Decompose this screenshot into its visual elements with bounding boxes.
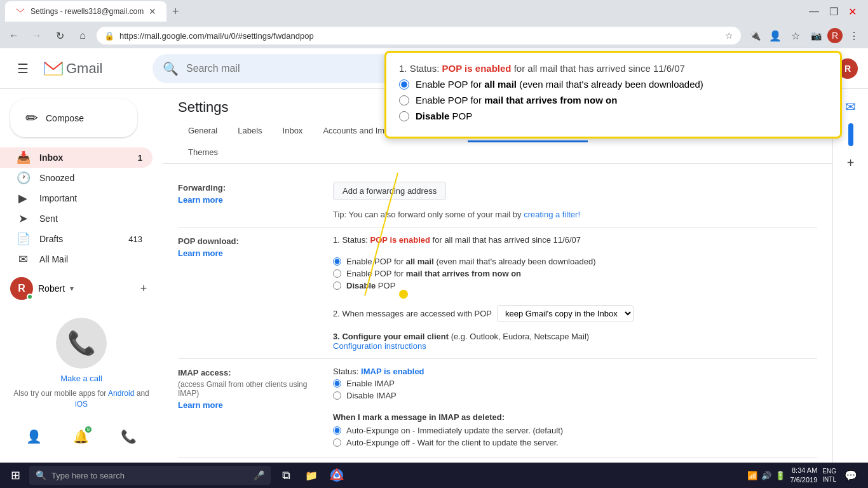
pop-all-option[interactable]: Enable POP for all mail (even mail that'… [333, 257, 817, 266]
tip-text: Tip: You can also forward only some of y… [333, 210, 580, 219]
pop-all-radio[interactable] [333, 257, 341, 266]
pop-now-radio[interactable] [333, 269, 341, 278]
auto-expunge-off-option[interactable]: Auto-Expunge off - Wait for the client t… [333, 438, 817, 447]
forward-button[interactable]: → [28, 27, 46, 44]
new-tab-button[interactable]: + [166, 3, 184, 20]
imap-disable-radio[interactable] [333, 391, 341, 400]
menu-icon[interactable]: ⋮ [845, 27, 863, 44]
phone-icon: 📞 [56, 318, 107, 369]
network-icon[interactable]: 📶 [747, 471, 757, 480]
tab-inbox[interactable]: Inbox [273, 121, 313, 142]
inbox-label: Inbox [39, 152, 128, 163]
tab-labels[interactable]: Labels [227, 121, 272, 142]
compose-button[interactable]: ✏ Compose [10, 99, 137, 137]
notifications-icon[interactable]: 🔔 8 [70, 425, 93, 448]
gmail-text: Gmail [66, 60, 102, 77]
tab-bar: Settings - rewells318@gmail.com ✕ + — ❐ … [0, 0, 868, 23]
popup-pop-all-radio[interactable] [399, 79, 409, 90]
mic-icon[interactable]: 🎤 [254, 470, 264, 480]
right-icon-add[interactable]: + [838, 150, 864, 175]
start-button[interactable]: ⊞ [3, 463, 28, 488]
home-button[interactable]: ⌂ [74, 27, 92, 44]
tab-themes[interactable]: Themes [178, 142, 228, 163]
settings-section-forwarding: Forwarding: Learn more Add a forwarding … [163, 164, 832, 468]
ios-link[interactable]: iOS [75, 400, 88, 409]
sidebar-item-sent[interactable]: ➤ Sent [0, 208, 153, 229]
add-forwarding-address-button[interactable]: Add a forwarding address [333, 182, 446, 200]
pop-disable-option[interactable]: Disable POP [333, 281, 817, 290]
phone-bottom-icon[interactable]: 📞 [118, 425, 140, 448]
tab-close-button[interactable]: ✕ [149, 6, 156, 17]
address-bar-row: ← → ↻ ⌂ 🔒 https://mail.google.com/mail/u… [0, 23, 868, 48]
imap-enable-radio[interactable] [333, 379, 341, 388]
battery-icon[interactable]: 🔋 [775, 471, 785, 480]
android-link[interactable]: Android [108, 389, 134, 398]
url-text: https://mail.google.com/mail/u/0/#settin… [119, 31, 720, 41]
make-call-link[interactable]: Make a call [60, 374, 102, 383]
settings-content: Settings General Labels Inbox Accounts a… [163, 89, 832, 488]
address-icons: ☆ [725, 30, 733, 41]
task-view-button[interactable]: ⧉ [275, 464, 297, 487]
maximize-button[interactable]: ❐ [825, 6, 842, 18]
creating-filter-link[interactable]: creating a filter! [524, 210, 580, 219]
extension2-icon[interactable]: R [827, 28, 843, 43]
sidebar-item-important[interactable]: ▶ Important [0, 188, 153, 208]
pop-disable-radio[interactable] [333, 281, 341, 290]
auto-expunge-off-radio[interactable] [333, 438, 341, 447]
sidebar-user[interactable]: R Robert ▾ + [0, 269, 163, 308]
contacts-icon[interactable]: 👤 [22, 425, 45, 448]
clock-display[interactable]: 8:34 AM 7/6/2019 [790, 466, 818, 485]
notification-button[interactable]: 💬 [841, 466, 860, 485]
sidebar-item-snoozed[interactable]: 🕐 Snoozed [0, 168, 153, 188]
camera-icon[interactable]: 📷 [807, 27, 825, 44]
taskbar-file-explorer[interactable]: 📁 [300, 464, 323, 487]
reload-button[interactable]: ↻ [51, 27, 69, 44]
imap-learn-more[interactable]: Learn more [178, 400, 318, 410]
active-tab[interactable]: Settings - rewells318@gmail.com ✕ [5, 1, 166, 22]
extensions-icon[interactable]: 🔌 [746, 27, 764, 44]
imap-label: IMAP access: (access Gmail from other cl… [178, 367, 318, 450]
taskbar-search-box[interactable]: 🔍 Type here to search 🎤 [29, 466, 271, 485]
popup-pop-disable-radio[interactable] [399, 111, 409, 121]
add-user-button[interactable]: + [135, 280, 153, 297]
pop-when-dropdown[interactable]: keep Gmail's copy in the Inbox [497, 305, 634, 322]
tab-general[interactable]: General [178, 121, 227, 142]
close-button[interactable]: ✕ [844, 6, 860, 18]
taskbar-chrome[interactable] [325, 464, 348, 487]
configuration-instructions-link[interactable]: Configuration instructions [333, 341, 426, 351]
imap-enable-option[interactable]: Enable IMAP [333, 379, 817, 388]
star-icon[interactable]: ☆ [787, 27, 804, 44]
all-mail-label: All Mail [39, 254, 142, 264]
volume-icon[interactable]: 🔊 [761, 471, 771, 480]
right-icon-blue[interactable] [848, 123, 853, 146]
imap-content: Status: IMAP is enabled Enable IMAP Disa… [333, 367, 817, 450]
popup-pop-all-option[interactable]: Enable POP for all mail (even mail that'… [399, 79, 827, 90]
address-bar[interactable]: 🔒 https://mail.google.com/mail/u/0/#sett… [97, 27, 741, 44]
sidebar-item-drafts[interactable]: 📄 Drafts 413 [0, 229, 153, 249]
pop-learn-more[interactable]: Learn more [178, 248, 318, 258]
popup-pop-disable-option[interactable]: Disable POP [399, 111, 827, 121]
sidebar-item-all-mail[interactable]: ✉ All Mail [0, 249, 153, 269]
pop-now-option[interactable]: Enable POP for mail that arrives from no… [333, 269, 817, 278]
taskbar-search-text: Type here to search [51, 471, 125, 480]
pop-download-row: POP download: Learn more 1. Status: POP … [178, 227, 817, 359]
imap-disable-option[interactable]: Disable IMAP [333, 391, 817, 400]
lock-icon: 🔒 [104, 31, 114, 41]
forwarding-learn-more[interactable]: Learn more [178, 195, 318, 205]
taskbar: ⊞ 🔍 Type here to search 🎤 ⧉ 📁 📶 🔊 🔋 8:34… [0, 463, 868, 488]
popup-pop-now-option[interactable]: Enable POP for mail that arrives from no… [399, 95, 827, 105]
auto-expunge-on-radio[interactable] [333, 426, 341, 435]
sidebar-phone-section: 📞 Make a call Also try our mobile apps f… [0, 308, 163, 420]
auto-expunge-on-option[interactable]: Auto-Expunge on - Immediately update the… [333, 426, 817, 435]
minimize-button[interactable]: — [805, 6, 823, 17]
sidebar-item-inbox[interactable]: 📥 Inbox 1 [0, 147, 153, 168]
right-sidebar: ✉ + ▾ [832, 89, 868, 488]
popup-status-value: POP is enabled [442, 63, 512, 74]
bookmark-icon[interactable]: ☆ [725, 30, 733, 41]
back-button[interactable]: ← [5, 27, 23, 44]
sidebar-bottom-icons: 👤 🔔 8 📞 [0, 420, 163, 453]
popup-pop-now-radio[interactable] [399, 95, 409, 105]
inbox-icon: 📥 [17, 151, 29, 165]
user-profile-icon[interactable]: 👤 [766, 27, 784, 44]
hamburger-menu[interactable]: ☰ [10, 56, 36, 81]
